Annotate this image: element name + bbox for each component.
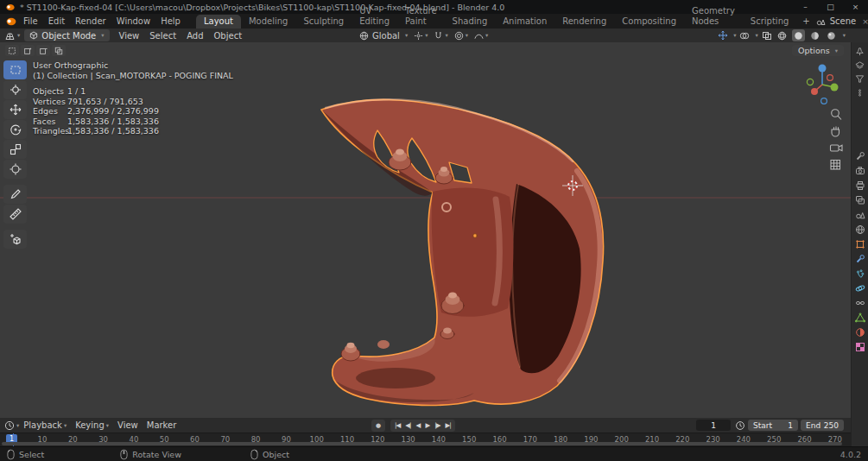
tab-object-data-icon[interactable]	[855, 313, 865, 323]
blender-menu-icon[interactable]	[5, 17, 16, 26]
menu-item[interactable]: Help	[155, 16, 186, 26]
tab-world-icon[interactable]	[855, 224, 865, 235]
preview-range-toggle[interactable]	[735, 420, 745, 431]
workspace-tab[interactable]: UV Editing	[352, 4, 397, 28]
tab-physics-icon[interactable]	[855, 283, 865, 294]
transport-button[interactable]: ◀	[414, 421, 423, 429]
tool-add-cube[interactable]	[3, 230, 27, 249]
tab-texture-icon[interactable]	[855, 342, 865, 352]
close-button[interactable]: ×	[843, 0, 868, 14]
mode-dropdown[interactable]: Object Mode ▾	[24, 29, 109, 41]
workspace-tab[interactable]: Geometry Nodes	[684, 4, 743, 28]
zoom-icon[interactable]	[832, 110, 841, 120]
timeline-editor-type-button[interactable]: ▾	[4, 420, 19, 431]
falloff-dropdown[interactable]: ▾	[474, 32, 488, 40]
navigation-gizmo[interactable]	[807, 65, 838, 104]
options-icon[interactable]	[855, 88, 865, 98]
shading-rendered-button[interactable]	[825, 29, 838, 41]
scene-selector[interactable]: Scene	[830, 16, 857, 26]
frame-start-field[interactable]: Start 1	[748, 420, 798, 431]
tab-output-icon[interactable]	[855, 180, 865, 191]
tab-tool-icon[interactable]	[855, 151, 865, 161]
editor-type-button[interactable]: ▾	[4, 31, 20, 41]
tool-cursor[interactable]	[3, 80, 27, 99]
shading-wireframe-button[interactable]	[776, 29, 789, 41]
workspace-tab[interactable]: Sculpting	[295, 15, 352, 28]
workspace-tab[interactable]: Animation	[495, 15, 554, 28]
gizmos-dropdown-icon[interactable]: ▾	[733, 32, 736, 39]
transport-button[interactable]: ◀|	[402, 421, 413, 429]
tab-modifiers-icon[interactable]	[855, 254, 865, 264]
viewport-menu-item[interactable]: Select	[144, 31, 181, 41]
tool-transform[interactable]	[3, 160, 27, 179]
maximize-button[interactable]: □	[818, 0, 843, 14]
transport-button[interactable]: ▶|	[442, 421, 453, 429]
options-button[interactable]: Options ▾	[792, 45, 844, 56]
workspace-tab[interactable]: Layout	[196, 15, 241, 28]
tool-annotate[interactable]	[3, 185, 27, 204]
transport-button[interactable]: |▶	[432, 421, 442, 429]
minimize-button[interactable]: –	[793, 0, 818, 14]
show-overlays-toggle[interactable]	[739, 31, 750, 41]
auto-keying-toggle[interactable]: ●	[371, 420, 385, 432]
tab-material-icon[interactable]	[855, 327, 865, 338]
tool-select-box[interactable]	[3, 60, 27, 79]
current-frame-field[interactable]: 1	[696, 420, 731, 431]
viewport-3d[interactable]: Options ▾ User Orthographic (1) Collecti…	[0, 42, 851, 418]
orientation-dropdown[interactable]: Global ▾	[359, 31, 408, 41]
workspace-tab[interactable]: Rendering	[554, 15, 614, 28]
pin-icon[interactable]	[855, 47, 865, 56]
playback-menu[interactable]: Playback▾	[19, 420, 71, 430]
tab-constraints-icon[interactable]	[855, 298, 865, 308]
workspace-tab[interactable]: Compositing	[614, 15, 684, 28]
tab-object-icon[interactable]	[855, 239, 865, 249]
transport-button[interactable]: |◀	[392, 421, 402, 429]
tool-scale[interactable]	[3, 140, 27, 159]
transport-button[interactable]: ▶	[422, 421, 432, 429]
model-3d[interactable]	[321, 99, 604, 405]
filter-icon[interactable]	[855, 74, 865, 84]
overlays-dropdown-icon[interactable]: ▾	[755, 32, 757, 39]
keying-menu[interactable]: Keying▾	[71, 420, 113, 430]
timeline-ruler[interactable]: 1 10203040506070809010011012013014015016…	[0, 433, 851, 446]
select-mode-intersect-icon[interactable]	[52, 45, 66, 56]
pivot-point-dropdown[interactable]: ▾	[414, 31, 428, 41]
workspace-tab[interactable]: Modeling	[241, 15, 296, 28]
menu-item[interactable]: File	[18, 16, 43, 26]
xray-toggle[interactable]	[762, 31, 772, 41]
shading-dropdown-icon[interactable]: ▾	[843, 32, 846, 39]
select-mode-extend-icon[interactable]	[21, 45, 35, 56]
frame-end-field[interactable]: End 250	[801, 420, 844, 431]
tab-render-icon[interactable]	[855, 166, 865, 176]
menu-item[interactable]: Render	[70, 16, 111, 26]
workspace-tab[interactable]: Shading	[445, 15, 496, 28]
tool-move[interactable]	[3, 100, 27, 119]
workspace-tab[interactable]: Texture Paint	[397, 4, 445, 28]
tool-rotate[interactable]	[3, 120, 27, 139]
layers-icon[interactable]	[855, 60, 865, 70]
tool-measure[interactable]	[3, 205, 27, 224]
viewport-menu-item[interactable]: Object	[209, 31, 248, 41]
snap-toggle[interactable]: ▾	[434, 31, 447, 41]
select-mode-set-icon[interactable]	[5, 45, 19, 56]
viewport-menu-item[interactable]: Add	[181, 31, 208, 41]
pan-hand-icon[interactable]	[832, 127, 839, 137]
add-workspace-button[interactable]: +	[796, 15, 815, 28]
workspace-tab[interactable]: Scripting	[743, 15, 796, 28]
menu-item[interactable]: Window	[111, 16, 155, 26]
snap-dropdown-icon[interactable]: ▾	[445, 32, 447, 39]
timeline-view-menu[interactable]: View	[113, 420, 143, 430]
menu-item[interactable]: Edit	[43, 16, 70, 26]
tab-particles-icon[interactable]	[855, 268, 865, 279]
shading-material-button[interactable]	[808, 29, 821, 41]
ortho-grid-icon[interactable]	[831, 161, 840, 170]
viewport-menu-item[interactable]: View	[114, 31, 145, 41]
camera-view-icon[interactable]	[831, 145, 843, 151]
timeline-marker-menu[interactable]: Marker	[143, 420, 181, 430]
tab-scene-icon[interactable]	[855, 210, 865, 220]
scene-unlink-icon[interactable]: ×	[860, 17, 868, 26]
shading-solid-button[interactable]	[792, 29, 805, 41]
proportional-editing-toggle[interactable]: ▾	[454, 31, 468, 41]
select-mode-subtract-icon[interactable]	[36, 45, 50, 56]
tab-viewlayer-icon[interactable]	[855, 195, 865, 205]
